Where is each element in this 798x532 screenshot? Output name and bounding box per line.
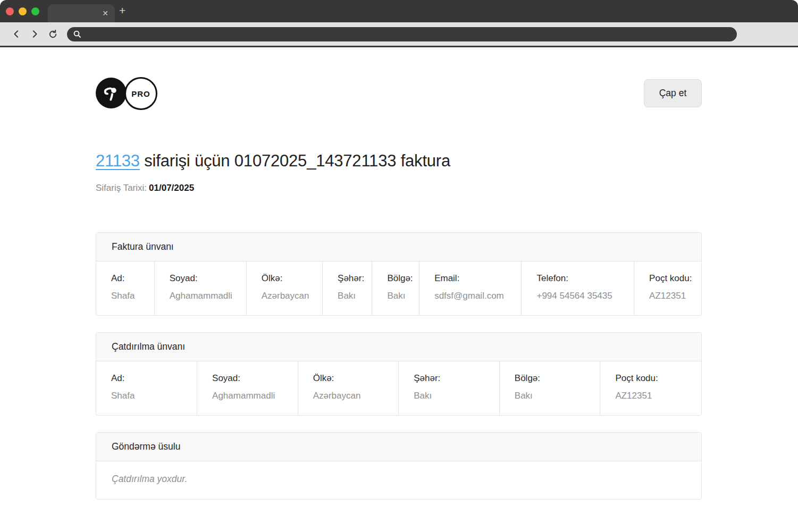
field-value: +994 54564 35435 xyxy=(536,291,626,301)
field-label: Email: xyxy=(434,273,514,284)
fullscreen-window-button[interactable] xyxy=(31,7,39,15)
field-value: Azərbaycan xyxy=(262,291,315,301)
field-value: AZ12351 xyxy=(615,391,694,401)
reload-button[interactable] xyxy=(46,27,60,41)
field-cell-bolge: Bölgə: Bakı xyxy=(372,261,419,315)
field-cell-poct-kodu: Poçt kodu: AZ12351 xyxy=(634,261,701,315)
page-content: PRO Çap et 21133 sifarişi üçün 01072025_… xyxy=(0,47,798,500)
field-cell-olke: Ölkə: Azərbaycan xyxy=(298,361,399,415)
order-date-line: Sifariş Tarixi:01/07/2025 xyxy=(96,183,702,193)
field-value: Shafa xyxy=(111,391,189,401)
close-window-button[interactable] xyxy=(6,7,14,15)
field-cell-olke: Ölkə: Azərbaycan xyxy=(246,261,322,315)
field-label: Şəhər: xyxy=(414,373,492,384)
search-icon xyxy=(73,30,82,39)
field-cell-poct-kodu: Poçt kodu: AZ12351 xyxy=(600,361,701,415)
field-value: Bakı xyxy=(515,391,593,401)
billing-address-section: Faktura ünvanı Ad: Shafa Soyad: Aghamamm… xyxy=(96,232,702,316)
logo-pro-badge: PRO xyxy=(124,77,157,110)
field-value: sdfsf@gmail.com xyxy=(434,291,514,301)
field-label: Bölgə: xyxy=(515,373,593,384)
page-title: 21133 sifarişi üçün 01072025_143721133 f… xyxy=(96,151,702,171)
forward-button[interactable] xyxy=(28,27,41,41)
field-value: Bakı xyxy=(338,291,364,301)
order-number-link[interactable]: 21133 xyxy=(96,151,140,170)
shipping-method-section: Göndərmə üsulu Çatdırılma yoxdur. xyxy=(96,432,702,500)
field-label: Ad: xyxy=(111,273,147,284)
field-value: Azərbaycan xyxy=(313,391,391,401)
order-date-label: Sifariş Tarixi: xyxy=(96,183,147,193)
browser-window: ✕ + xyxy=(0,0,798,532)
forward-icon xyxy=(30,29,39,39)
billing-section-title: Faktura ünvanı xyxy=(96,233,701,261)
field-label: Soyad: xyxy=(170,273,239,284)
field-cell-seher: Şəhər: Bakı xyxy=(323,261,372,315)
shipping-section-title: Çatdırılma ünvanı xyxy=(96,333,701,361)
browser-titlebar: ✕ + xyxy=(0,0,798,22)
shipping-address-section: Çatdırılma ünvanı Ad: Shafa Soyad: Agham… xyxy=(96,332,702,416)
shipping-address-table: Ad: Shafa Soyad: Aghamammadli Ölkə: Azər… xyxy=(96,361,701,415)
field-value: Bakı xyxy=(387,291,411,301)
field-label: Poçt kodu: xyxy=(615,373,694,384)
field-value: AZ12351 xyxy=(649,291,694,301)
table-row: Ad: Shafa Soyad: Aghamammadli Ölkə: Azər… xyxy=(96,361,701,415)
site-logo[interactable]: PRO xyxy=(96,77,158,109)
field-value: Bakı xyxy=(414,391,492,401)
url-bar[interactable] xyxy=(67,27,737,41)
tab-close-icon[interactable]: ✕ xyxy=(102,10,108,17)
shipping-method-title: Göndərmə üsulu xyxy=(96,433,701,461)
field-cell-ad: Ad: Shafa xyxy=(96,261,154,315)
print-button[interactable]: Çap et xyxy=(644,79,702,107)
field-label: Ad: xyxy=(111,373,189,384)
window-controls xyxy=(0,7,39,15)
logo-figure-circle xyxy=(96,78,127,108)
field-value: Aghamammadli xyxy=(170,291,239,301)
browser-toolbar xyxy=(0,22,798,47)
field-label: Soyad: xyxy=(212,373,290,384)
new-tab-button[interactable]: + xyxy=(119,5,125,16)
field-cell-ad: Ad: Shafa xyxy=(96,361,197,415)
browser-tab[interactable]: ✕ xyxy=(48,4,115,22)
page-title-text: sifarişi üçün 01072025_143721133 faktura xyxy=(140,151,450,170)
field-cell-telefon: Telefon: +994 54564 35435 xyxy=(522,261,634,315)
field-label: Ölkə: xyxy=(313,373,391,384)
field-cell-seher: Şəhər: Bakı xyxy=(399,361,500,415)
field-cell-email: Email: sdfsf@gmail.com xyxy=(419,261,522,315)
field-label: Şəhər: xyxy=(338,273,364,284)
field-label: Poçt kodu: xyxy=(649,273,694,284)
field-label: Telefon: xyxy=(536,273,626,284)
table-row: Ad: Shafa Soyad: Aghamammadli Ölkə: Azər… xyxy=(96,261,701,315)
field-label: Bölgə: xyxy=(387,273,411,284)
field-label: Ölkə: xyxy=(262,273,315,284)
page-header: PRO Çap et xyxy=(96,77,702,109)
back-icon xyxy=(12,29,21,39)
logo-figure-icon xyxy=(100,82,122,104)
field-value: Aghamammadli xyxy=(212,391,290,401)
order-date-value: 01/07/2025 xyxy=(149,183,194,193)
billing-address-table: Ad: Shafa Soyad: Aghamammadli Ölkə: Azər… xyxy=(96,261,701,315)
minimize-window-button[interactable] xyxy=(19,7,27,15)
field-cell-bolge: Bölgə: Bakı xyxy=(499,361,600,415)
reload-icon xyxy=(48,29,58,39)
back-button[interactable] xyxy=(10,27,23,41)
field-cell-soyad: Soyad: Aghamammadli xyxy=(154,261,246,315)
no-delivery-note: Çatdırılma yoxdur. xyxy=(96,461,701,499)
field-value: Shafa xyxy=(111,291,147,301)
field-cell-soyad: Soyad: Aghamammadli xyxy=(197,361,298,415)
